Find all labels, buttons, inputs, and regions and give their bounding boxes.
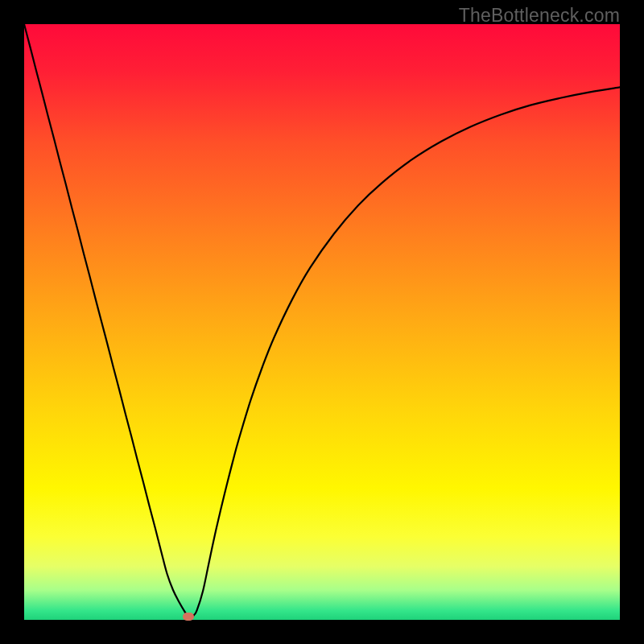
bottleneck-curve xyxy=(24,24,620,619)
curve-layer xyxy=(24,24,620,620)
optimal-point-marker xyxy=(183,613,194,621)
watermark-text: TheBottleneck.com xyxy=(459,5,620,27)
plot-area xyxy=(24,24,620,620)
chart-frame: TheBottleneck.com xyxy=(0,0,644,644)
